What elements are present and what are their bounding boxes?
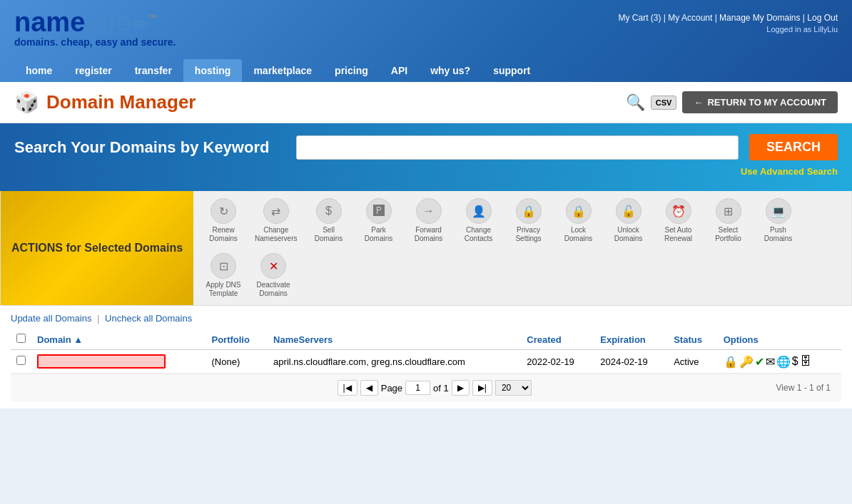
push-label: PushDomains	[764, 226, 792, 243]
search-bar-inner: Search Your Domains by Keyword SEARCH	[14, 134, 838, 160]
nav-api[interactable]: API	[380, 59, 419, 82]
email-option-icon[interactable]: ✉	[766, 355, 775, 369]
header-checkbox-col	[11, 329, 31, 350]
cart-link[interactable]: My Cart (3)	[618, 13, 661, 23]
action-privacy-settings[interactable]: 🔒 PrivacySettings	[504, 194, 553, 247]
page-label: Page	[381, 383, 402, 394]
action-renew-domains[interactable]: ↻ RenewDomains	[199, 194, 248, 247]
row-checkbox[interactable]	[16, 356, 26, 365]
page-number-input[interactable]	[405, 381, 430, 395]
db-option-icon[interactable]: 🗄	[800, 355, 811, 368]
lock-option-icon[interactable]: 🔒	[724, 355, 738, 369]
header-portfolio[interactable]: Portfolio	[206, 329, 268, 350]
search-section: Search Your Domains by Keyword SEARCH Us…	[0, 123, 852, 191]
action-select-portfolio[interactable]: ⊞ SelectPortfolio	[704, 194, 753, 247]
advanced-search-link[interactable]: Use Advanced Search	[741, 166, 838, 177]
domain-manager-icon: 🎲	[14, 91, 39, 114]
action-lock-domains[interactable]: 🔒 LockDomains	[554, 194, 603, 247]
header-nav-right: My Cart (3) | My Account | Manage My Dom…	[618, 7, 838, 34]
header-options[interactable]: Options	[718, 329, 841, 350]
nav-home[interactable]: home	[14, 59, 64, 82]
created-cell: 2022-02-19	[521, 350, 594, 374]
actions-bar: ACTIONS for Selected Domains ↻ RenewDoma…	[0, 191, 852, 306]
main-content: 🎲 Domain Manager 🔍 CSV ← RETURN TO MY AC…	[0, 82, 852, 408]
next-page-button[interactable]: ▶	[452, 380, 470, 396]
action-forward-domains[interactable]: → ForwardDomains	[405, 194, 453, 247]
park-label: ParkDomains	[365, 226, 392, 243]
header-top: namesilo✏™ domains. cheap, easy and secu…	[14, 7, 838, 53]
domain-manager-header: 🎲 Domain Manager 🔍 CSV ← RETURN TO MY AC…	[0, 82, 852, 123]
table-row: (None) april.ns.cloudflare.com, greg.ns.…	[11, 350, 841, 374]
action-push-domains[interactable]: 💻 PushDomains	[754, 194, 803, 247]
renew-label: RenewDomains	[209, 226, 237, 243]
auto-renewal-icon: ⏰	[666, 198, 691, 224]
account-link[interactable]: My Account	[668, 13, 712, 23]
update-all-link[interactable]: Update all Domains	[11, 313, 91, 324]
header-domain[interactable]: Domain ▲	[31, 329, 206, 350]
uncheck-all-link[interactable]: Uncheck all Domains	[105, 313, 192, 324]
dollar-option-icon[interactable]: $	[792, 355, 798, 368]
domain-cell	[31, 350, 206, 374]
logout-link[interactable]: Log Out	[807, 13, 838, 23]
nav-register[interactable]: register	[64, 59, 123, 82]
header-nav-links: My Cart (3) | My Account | Manage My Dom…	[618, 13, 838, 23]
magnifier-icon[interactable]: 🔍	[626, 93, 645, 112]
nav-why-us[interactable]: why us?	[419, 59, 482, 82]
push-icon: 💻	[766, 198, 791, 224]
search-input[interactable]	[296, 135, 739, 160]
nav-pricing[interactable]: pricing	[323, 59, 380, 82]
sell-icon: $	[316, 198, 342, 224]
select-all-checkbox[interactable]	[16, 334, 26, 343]
domain-name-redacted	[37, 354, 166, 369]
pagination: |◀ ◀ Page of 1 ▶ ▶| 20 50 100 View 1 - 1…	[11, 374, 841, 401]
nav-transfer[interactable]: transfer	[123, 59, 183, 82]
privacy-label: PrivacySettings	[515, 226, 541, 243]
manage-link[interactable]: Manage My Domains	[719, 13, 800, 23]
return-to-account-button[interactable]: ← RETURN TO MY ACCOUNT	[682, 91, 838, 113]
nameservers-icon: ⇄	[263, 198, 289, 224]
action-park-domains[interactable]: 🅿 ParkDomains	[355, 194, 403, 247]
header-created[interactable]: Created	[521, 329, 594, 350]
last-page-button[interactable]: ▶|	[472, 380, 492, 396]
action-change-contacts[interactable]: 👤 ChangeContacts	[455, 194, 503, 247]
actions-icons-container: ↻ RenewDomains ⇄ ChangeNameservers $ Sel…	[193, 191, 851, 305]
portfolio-cell: (None)	[206, 350, 268, 374]
table-links: Update all Domains | Uncheck all Domains	[11, 313, 841, 324]
domains-table: Domain ▲ Portfolio NameServers Created E…	[11, 329, 841, 374]
first-page-button[interactable]: |◀	[338, 380, 357, 396]
header-expiration[interactable]: Expiration	[594, 329, 668, 350]
action-unlock-domains[interactable]: 🔓 UnlockDomains	[604, 194, 653, 247]
dns-template-label: Apply DNSTemplate	[206, 281, 241, 298]
privacy-icon: 🔒	[516, 198, 542, 224]
logo-text: namesilo✏™	[14, 7, 158, 38]
action-sell-domains[interactable]: $ SellDomains	[305, 194, 353, 247]
prev-page-button[interactable]: ◀	[360, 380, 378, 396]
park-icon: 🅿	[366, 198, 392, 224]
table-body: (None) april.ns.cloudflare.com, greg.ns.…	[11, 350, 841, 374]
contacts-icon: 👤	[466, 198, 492, 224]
nameservers-label: ChangeNameservers	[255, 226, 297, 243]
logo-tagline: domains. cheap, easy and secure.	[14, 36, 176, 48]
table-header: Domain ▲ Portfolio NameServers Created E…	[11, 329, 841, 350]
nav-hosting[interactable]: hosting	[183, 59, 243, 82]
search-button[interactable]: SEARCH	[749, 134, 838, 160]
nav-marketplace[interactable]: marketplace	[242, 59, 323, 82]
header-nameservers[interactable]: NameServers	[268, 329, 521, 350]
action-change-nameservers[interactable]: ⇄ ChangeNameservers	[249, 194, 303, 247]
sell-label: SellDomains	[315, 226, 343, 243]
unlock-option-icon[interactable]: 🔑	[739, 355, 754, 369]
table-links-separator: |	[97, 313, 102, 324]
active-option-icon[interactable]: ✔	[755, 355, 764, 369]
header-status[interactable]: Status	[668, 329, 718, 350]
action-deactivate-domains[interactable]: ✕ DeactivateDomains	[249, 249, 298, 302]
renew-icon: ↻	[211, 198, 236, 224]
action-apply-dns-template[interactable]: ⊡ Apply DNSTemplate	[199, 249, 248, 302]
csv-button[interactable]: CSV	[651, 96, 677, 110]
row-checkbox-cell	[11, 350, 31, 374]
nav-support[interactable]: support	[482, 59, 542, 82]
per-page-select[interactable]: 20 50 100	[495, 380, 532, 396]
globe-option-icon[interactable]: 🌐	[776, 355, 791, 369]
contacts-label: ChangeContacts	[465, 226, 492, 243]
action-set-auto-renewal[interactable]: ⏰ Set AutoRenewal	[654, 194, 703, 247]
logo: namesilo✏™	[14, 7, 176, 38]
